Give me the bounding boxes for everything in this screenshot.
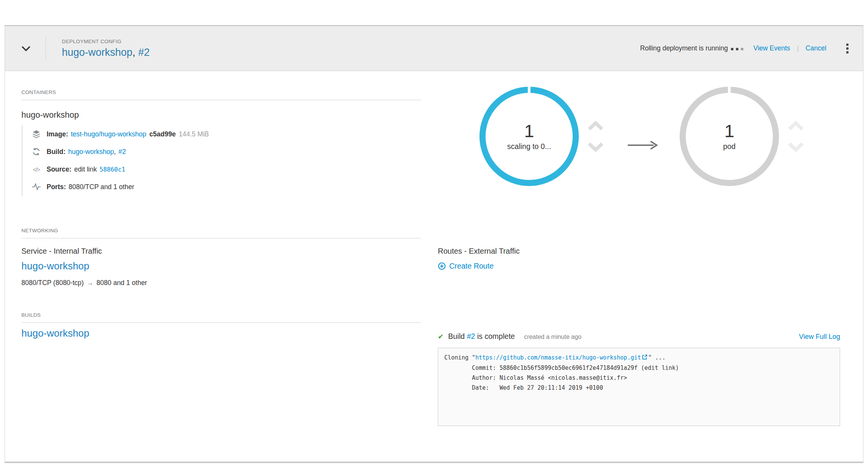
- build-number-link[interactable]: #2: [118, 148, 126, 156]
- target-replicas-donut: 1 pod: [680, 87, 779, 186]
- view-full-log-link[interactable]: View Full Log: [799, 333, 840, 341]
- resource-kind-label: DEPLOYMENT CONFIG: [62, 39, 150, 44]
- image-size: 144.5 MiB: [179, 130, 209, 138]
- networking-section: NETWORKING Service - Internal Traffic hu…: [21, 228, 840, 287]
- service-ports-line: 8080/TCP (8080-tcp) → 8080 and 1 other: [21, 279, 438, 287]
- page-title: hugo-workshop, #2: [62, 47, 150, 58]
- build-number-status-link[interactable]: #2: [467, 332, 475, 340]
- scale-up-chevron-icon[interactable]: [587, 121, 604, 131]
- header-pipe: |: [797, 45, 798, 52]
- section-label-builds: BUILDS: [21, 312, 421, 323]
- deployment-status: Rolling deployment is running: [640, 44, 744, 52]
- target-replica-label: pod: [723, 142, 736, 151]
- pulse-icon: [31, 183, 41, 191]
- section-label-networking: NETWORKING: [21, 228, 421, 238]
- build-separator: ,: [114, 148, 116, 156]
- transition-arrow-icon: [627, 140, 658, 151]
- create-route-label: Create Route: [449, 262, 494, 271]
- builds-section: BUILDS hugo-workshop ✔ Build #2 is compl…: [21, 312, 840, 426]
- log-date-line: Date: Wed Feb 27 20:11:14 2019 +0100: [444, 384, 603, 391]
- deployment-status-text: Rolling deployment is running: [640, 44, 728, 52]
- current-replica-count: 1: [524, 122, 534, 140]
- current-replica-label: scaling to 0...: [507, 142, 551, 151]
- cancel-deployment-link[interactable]: Cancel: [806, 44, 826, 52]
- title-separator: ,: [133, 47, 138, 58]
- image-label: Image:: [47, 130, 68, 138]
- current-scale-stepper: [586, 121, 605, 152]
- view-events-link[interactable]: View Events: [753, 44, 790, 52]
- build-name-column: hugo-workshop: [21, 323, 438, 426]
- build-label: Build:: [47, 148, 66, 156]
- build-config-link[interactable]: hugo-workshop: [21, 327, 89, 339]
- card-body: CONTAINERS hugo-workshop Image: test-hug…: [5, 71, 863, 462]
- refresh-icon: [31, 147, 41, 156]
- source-label: Source:: [47, 165, 71, 173]
- service-column: Service - Internal Traffic hugo-workshop…: [21, 238, 438, 287]
- port-arrow-icon: →: [87, 279, 94, 287]
- check-icon: ✔: [438, 332, 444, 341]
- service-port-to: 8080 and 1 other: [97, 279, 147, 287]
- build-created-timestamp: created a minute ago: [524, 334, 581, 340]
- deployment-config-card: DEPLOYMENT CONFIG hugo-workshop, #2 Roll…: [5, 25, 863, 463]
- target-scale-stepper: [787, 121, 805, 152]
- scale-down-chevron-icon[interactable]: [587, 141, 604, 152]
- header-divider: [45, 37, 46, 60]
- build-status-row: ✔ Build #2 is complete created a minute …: [438, 332, 840, 341]
- build-name-link[interactable]: hugo-workshop: [68, 148, 114, 156]
- deployment-config-link[interactable]: hugo-workshop: [62, 47, 133, 58]
- target-scale-down-chevron-icon[interactable]: [787, 141, 805, 152]
- target-replica-count: 1: [724, 122, 734, 140]
- deployment-number-link[interactable]: #2: [138, 47, 150, 58]
- header-title-block: DEPLOYMENT CONFIG hugo-workshop, #2: [62, 39, 150, 58]
- ports-value: 8080/TCP and 1 other: [69, 183, 134, 191]
- card-header: DEPLOYMENT CONFIG hugo-workshop, #2 Roll…: [5, 26, 863, 71]
- build-status-text: Build #2 is complete: [448, 332, 515, 341]
- build-log-snippet: Cloning "https://github.com/nmasse-itix/…: [438, 348, 840, 426]
- running-ellipsis-icon: [731, 48, 743, 50]
- build-detail-column: ✔ Build #2 is complete created a minute …: [438, 323, 840, 426]
- layers-icon: [31, 130, 41, 139]
- create-route-link[interactable]: Create Route: [438, 262, 494, 271]
- source-commit-link[interactable]: 58860c1: [100, 166, 125, 173]
- kebab-menu-icon[interactable]: [844, 41, 851, 56]
- ports-label: Ports:: [47, 183, 66, 191]
- collapse-chevron-down-icon[interactable]: [19, 45, 32, 52]
- source-commit-message: edit link: [74, 165, 97, 173]
- target-scale-up-chevron-icon[interactable]: [787, 121, 805, 131]
- service-name-link[interactable]: hugo-workshop: [21, 260, 89, 272]
- image-link[interactable]: test-hugo/hugo-workshop: [71, 130, 146, 138]
- section-label-containers: CONTAINERS: [21, 89, 421, 100]
- current-replicas-donut: 1 scaling to 0...: [479, 87, 579, 186]
- scaling-widget: 1 scaling to 0... 1 pod: [479, 87, 805, 186]
- service-title: Service - Internal Traffic: [21, 247, 438, 256]
- external-link-icon: [642, 353, 648, 363]
- log-commit-line: Commit: 58860c1b56f5899cb50ec6961f2e4718…: [444, 364, 679, 371]
- routes-column: Routes - External Traffic Create Route: [438, 238, 840, 287]
- routes-title: Routes - External Traffic: [438, 247, 840, 256]
- code-icon: </>: [31, 166, 41, 173]
- service-port-from: 8080/TCP (8080-tcp): [21, 279, 84, 287]
- plus-circle-icon: [438, 262, 446, 270]
- log-author-line: Author: Nicolas Massé <nicolas.masse@iti…: [444, 374, 627, 381]
- image-hash: c5ad99e: [149, 130, 176, 138]
- git-repo-link[interactable]: https://github.com/nmasse-itix/hugo-work…: [475, 354, 641, 361]
